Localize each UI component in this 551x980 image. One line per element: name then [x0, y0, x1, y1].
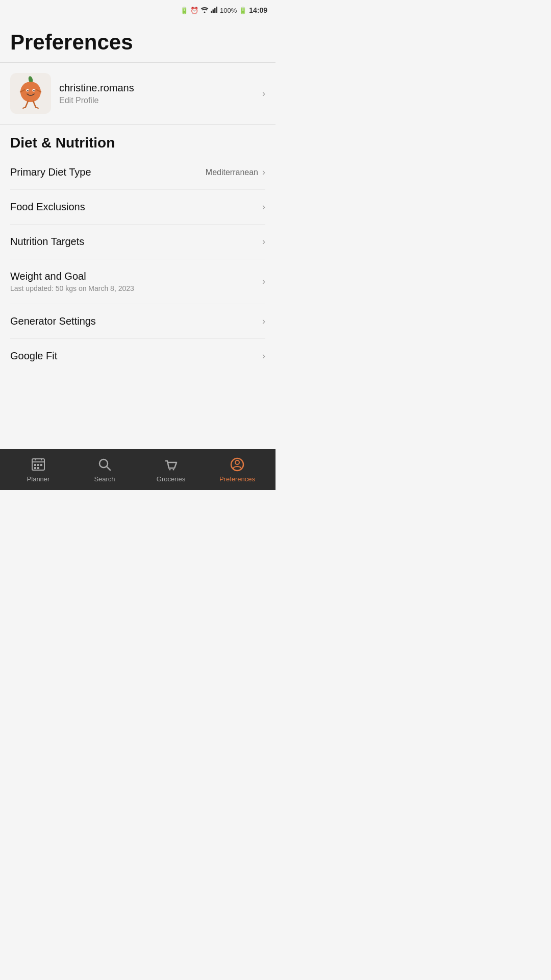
- weight-goal-chevron: ›: [262, 276, 265, 287]
- battery-icon: 🔋: [239, 7, 247, 14]
- time: 14:09: [249, 6, 267, 14]
- primary-diet-chevron: ›: [262, 167, 265, 178]
- menu-item-food-exclusions[interactable]: Food Exclusions ›: [10, 190, 265, 225]
- signal-icon: [211, 7, 218, 14]
- search-label: Search: [94, 475, 115, 483]
- nav-item-search[interactable]: Search: [71, 457, 138, 483]
- svg-rect-26: [37, 467, 39, 469]
- wifi-icon: [201, 7, 209, 14]
- svg-line-15: [33, 101, 36, 107]
- svg-point-32: [235, 460, 239, 464]
- google-fit-title: Google Fit: [10, 350, 262, 362]
- svg-rect-25: [34, 467, 36, 469]
- menu-item-google-fit[interactable]: Google Fit ›: [10, 339, 265, 373]
- preferences-label: Preferences: [219, 475, 255, 483]
- food-exclusions-chevron: ›: [262, 202, 265, 212]
- groceries-icon: [163, 457, 179, 472]
- page-title: Preferences: [10, 31, 265, 54]
- profile-edit-label: Edit Profile: [59, 96, 262, 105]
- svg-point-30: [173, 469, 174, 470]
- diet-section-header: Diet & Nutrition: [10, 135, 265, 151]
- status-bar: 🔋 ⏰ 100% 🔋 14:09: [0, 0, 276, 20]
- groceries-label: Groceries: [157, 475, 185, 483]
- svg-point-7: [20, 82, 41, 102]
- weight-goal-title: Weight and Goal: [10, 271, 262, 282]
- svg-line-14: [26, 101, 28, 107]
- nav-item-planner[interactable]: Planner: [5, 457, 71, 483]
- svg-line-17: [36, 107, 38, 108]
- generator-settings-chevron: ›: [262, 316, 265, 327]
- primary-diet-value: Mediterranean: [206, 168, 258, 177]
- profile-chevron: ›: [262, 88, 265, 99]
- profile-username: christine.romans: [59, 82, 262, 94]
- svg-rect-24: [40, 464, 42, 466]
- menu-item-weight-goal[interactable]: Weight and Goal Last updated: 50 kgs on …: [10, 259, 265, 304]
- svg-point-0: [204, 11, 205, 13]
- nutrition-targets-chevron: ›: [262, 236, 265, 247]
- menu-item-generator-settings[interactable]: Generator Settings ›: [10, 304, 265, 339]
- profile-section[interactable]: christine.romans Edit Profile ›: [10, 63, 265, 124]
- generator-settings-title: Generator Settings: [10, 315, 262, 327]
- svg-rect-3: [214, 8, 216, 13]
- svg-line-28: [107, 467, 110, 470]
- svg-rect-23: [37, 464, 39, 466]
- bottom-nav: Planner Search Groceries Preferences: [0, 449, 276, 490]
- menu-item-nutrition-targets[interactable]: Nutrition Targets ›: [10, 225, 265, 259]
- nutrition-targets-title: Nutrition Targets: [10, 236, 262, 248]
- profile-info: christine.romans Edit Profile: [59, 82, 262, 105]
- svg-line-16: [23, 107, 26, 108]
- nav-item-groceries[interactable]: Groceries: [138, 457, 204, 483]
- alarm-icon: ⏰: [190, 7, 198, 14]
- svg-rect-2: [212, 9, 214, 13]
- svg-rect-4: [216, 7, 217, 13]
- google-fit-chevron: ›: [262, 351, 265, 361]
- svg-point-11: [33, 90, 34, 91]
- primary-diet-title: Primary Diet Type: [10, 166, 206, 178]
- main-content: Preferences: [0, 20, 276, 449]
- svg-point-10: [27, 90, 28, 91]
- profile-divider: [0, 124, 276, 125]
- svg-point-29: [169, 469, 171, 470]
- search-icon: [97, 457, 112, 472]
- avatar: [15, 76, 46, 111]
- weight-goal-subtitle: Last updated: 50 kgs on March 8, 2023: [10, 284, 262, 292]
- status-icons: 🔋 ⏰ 100% 🔋 14:09: [180, 6, 267, 14]
- planner-label: Planner: [27, 475, 50, 483]
- charging-icon: 🔋: [180, 7, 188, 14]
- nav-item-preferences[interactable]: Preferences: [204, 457, 270, 483]
- svg-rect-22: [34, 464, 36, 466]
- svg-rect-1: [211, 11, 212, 13]
- planner-icon: [31, 457, 46, 472]
- food-exclusions-title: Food Exclusions: [10, 201, 262, 213]
- battery-percent: 100%: [220, 7, 237, 14]
- preferences-icon: [230, 457, 245, 472]
- avatar-container: [10, 73, 51, 114]
- menu-item-primary-diet[interactable]: Primary Diet Type Mediterranean ›: [10, 155, 265, 190]
